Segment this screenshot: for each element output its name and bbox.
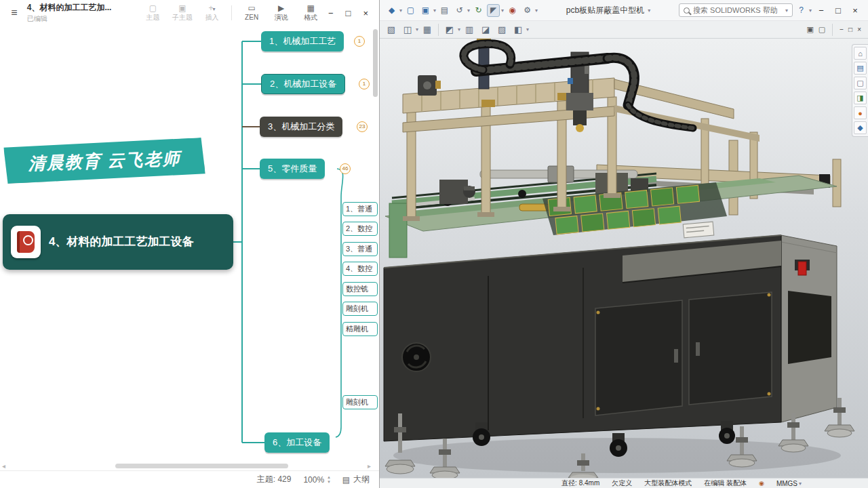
scroll-left-icon[interactable]: ◂ (2, 462, 5, 470)
new-document-icon[interactable]: ▢ (404, 4, 417, 17)
options-gear-icon[interactable]: ⚙ (521, 4, 534, 17)
window-controls: − □ × (328, 8, 372, 18)
mindmap-subtopic[interactable]: 精雕机 (342, 322, 378, 336)
view-orientation-icon[interactable]: ◩ (442, 22, 457, 37)
topic-icon: ▢ (149, 4, 157, 14)
mindmap-node-branch6[interactable]: 6、加工设备 (264, 432, 330, 453)
zoom-stepper[interactable]: ▴ ▾ (328, 475, 330, 484)
tile-icon[interactable]: ▢ (818, 25, 825, 34)
help-icon[interactable]: ? (795, 4, 808, 17)
subtopic-button[interactable]: ▣ 子主题 (170, 4, 195, 21)
search-caret-icon[interactable]: ▾ (785, 7, 788, 14)
minimize-button[interactable]: − (814, 5, 829, 16)
doc-restore-button[interactable]: □ (848, 26, 852, 33)
mindmap-canvas[interactable]: 1、机械加工工艺 1 2、机械加工设备 1 3、机械加工分类 23 5、零件质量… (0, 26, 379, 470)
print-icon[interactable]: ▤ (438, 4, 451, 17)
help-search-box[interactable]: ▾ (679, 3, 793, 17)
zen-mode-button[interactable]: ▭ ZEN (239, 4, 264, 21)
help-search-input[interactable] (693, 6, 783, 14)
play-icon: ▶ (278, 4, 284, 14)
mindmap-subtopic[interactable]: 数控铣 (342, 282, 378, 296)
insert-label: 插入 (205, 14, 219, 22)
section-view-icon[interactable]: ▨ (494, 22, 509, 37)
mindmap-subtopic[interactable]: 雕刻机 (342, 302, 378, 316)
resources-home-icon[interactable]: ⌂ (854, 47, 867, 60)
units-selector[interactable]: MMGS ▾ (776, 480, 802, 487)
mindmap-node-branch1[interactable]: 1、机械加工工艺 (261, 31, 344, 52)
node-label: 3、机械加工分类 (268, 121, 334, 131)
toolbar-caret-icon[interactable]: ▾ (458, 26, 460, 33)
topic-label: 主题 (146, 14, 159, 22)
topic-button[interactable]: ▢ 主题 (141, 4, 165, 21)
mindmap-node-branch3[interactable]: 3、机械加工分类 (260, 117, 342, 137)
mindmap-subtopic[interactable]: 雕刻机 (342, 395, 378, 409)
scene-icon[interactable]: ◧ (511, 22, 526, 37)
subtopic-label: 4、数控 (346, 264, 372, 272)
options-caret-icon[interactable]: ▾ (535, 7, 538, 14)
component-pattern-icon[interactable]: ▦ (420, 22, 435, 37)
hamburger-menu-icon[interactable]: ≡ (7, 7, 22, 19)
node-badge: 23 (357, 121, 368, 132)
document-title: pcb板贴屏蔽盖中型机 ▾ (540, 5, 677, 16)
save-icon[interactable]: ▣ (419, 4, 432, 17)
display-style-icon[interactable]: ▥ (462, 22, 477, 37)
present-button[interactable]: ▶ 演说 (269, 4, 294, 21)
zen-icon: ▭ (248, 4, 255, 14)
mate-icon[interactable]: ◫ (400, 22, 415, 37)
insert-button[interactable]: +▾ 插入 (200, 4, 224, 21)
toolbar-separator (231, 5, 232, 20)
undo-caret-icon[interactable]: ▾ (467, 7, 470, 14)
doc-close-button[interactable]: × (857, 26, 861, 33)
units-caret-icon: ▾ (799, 481, 802, 487)
select-caret-icon[interactable]: ▾ (501, 7, 504, 14)
maximize-button[interactable]: □ (831, 5, 846, 16)
vertical-scrollbar[interactable] (373, 29, 378, 97)
node-badge: 1 (359, 79, 370, 89)
maximize-button[interactable]: □ (346, 8, 351, 18)
doc-minimize-button[interactable]: − (840, 26, 844, 33)
mindmap-subtopic[interactable]: 4、数控 (342, 262, 378, 276)
scroll-right-icon[interactable]: ▸ (368, 462, 371, 470)
toolbar-caret-icon[interactable]: ▾ (416, 26, 418, 33)
appearance-sphere-icon[interactable]: ◉ (506, 4, 519, 17)
select-cursor-icon[interactable]: ◤ (487, 4, 500, 17)
help-caret-icon[interactable]: ▾ (809, 7, 812, 14)
mindmap-node-branch5[interactable]: 5、零件质量 (260, 159, 325, 179)
design-library-icon[interactable]: ▤ (854, 62, 867, 75)
menu-caret-icon[interactable]: ▾ (399, 7, 402, 14)
undo-icon[interactable]: ↺ (453, 4, 466, 17)
hide-show-icon[interactable]: ◪ (478, 22, 493, 37)
mindmap-subtopic[interactable]: 1、普通 (342, 202, 378, 216)
insert-components-icon[interactable]: ▧ (384, 22, 399, 37)
close-button[interactable]: × (848, 5, 863, 16)
toolbar-separator (438, 24, 439, 36)
save-caret-icon[interactable]: ▾ (433, 7, 436, 14)
subtopic-label: 数控铣 (346, 285, 368, 293)
appearances-icon[interactable]: ● (854, 106, 867, 119)
solidworks-statusbar: 直径: 8.4mm 欠定义 大型装配体模式 在编辑 装配体 ◉ MMGS ▾ (380, 478, 868, 488)
horizontal-scrollbar[interactable] (115, 464, 288, 468)
outline-toggle[interactable]: ▤ 大纲 (342, 474, 370, 485)
view-palette-icon[interactable]: ◨ (854, 92, 867, 104)
mindmap-central-topic[interactable]: 4、材料的加工工艺加工设备 (3, 214, 233, 270)
mindmap-subtopic[interactable]: 3、普通 (342, 242, 378, 256)
mindmap-node-branch2[interactable]: 2、机械加工设备 (261, 74, 345, 94)
close-button[interactable]: × (363, 8, 368, 18)
rebuild-icon[interactable]: ↻ (472, 4, 485, 17)
minimize-button[interactable]: − (328, 8, 334, 18)
zoom-level: 100% (303, 475, 324, 485)
format-grid-icon: ▦ (307, 4, 315, 14)
insert-plus-icon: +▾ (209, 4, 216, 14)
toolbar-caret-icon[interactable]: ▾ (526, 26, 529, 33)
zoom-control[interactable]: 100% ▴ ▾ (303, 475, 330, 485)
format-button[interactable]: ▦ 格式 (298, 4, 323, 21)
app-logo-icon[interactable]: ◆ (385, 4, 398, 17)
central-topic-label: 4、材料的加工工艺加工设备 (49, 233, 193, 251)
sw-graphics-area[interactable]: ⌂ ▤ ▢ ◨ ● ◆ (380, 39, 868, 478)
cascade-icon[interactable]: ▣ (806, 25, 813, 34)
subtopic-label: 1、普通 (346, 205, 372, 213)
custom-properties-icon[interactable]: ◆ (854, 121, 867, 134)
file-explorer-icon[interactable]: ▢ (854, 77, 867, 89)
mindmap-subtopic[interactable]: 2、数控 (342, 222, 378, 236)
zoom-down-icon[interactable]: ▾ (328, 480, 330, 485)
